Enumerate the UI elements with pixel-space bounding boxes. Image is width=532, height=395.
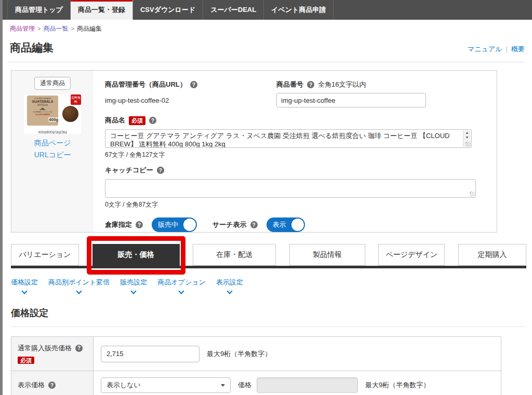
subnav-item-point-multiplier[interactable]: 商品別ポイント変倍	[48, 278, 110, 293]
overview-link[interactable]: 概要	[511, 45, 525, 53]
table-row-normal-price: 通常購入販売価格 ? 必須 最大9桁（半角数字）	[11, 337, 501, 371]
item-number-label: 商品番号	[276, 80, 303, 89]
page-header: 商品編集 マニュアル|概要	[0, 35, 532, 62]
chevron-down-icon	[179, 288, 184, 294]
breadcrumb-current: 商品編集	[77, 25, 102, 32]
breadcrumb-separator: >	[71, 25, 74, 32]
mng-number-label: 商品管理番号（商品URL）	[105, 80, 187, 89]
help-icon[interactable]: ?	[136, 221, 143, 228]
bag-text: GUATEMALA	[27, 100, 58, 104]
chevron-down-icon	[21, 288, 27, 294]
breadcrumb-link-product-mgmt[interactable]: 商品管理	[10, 25, 35, 32]
product-name-textarea[interactable]: コーヒー豆 グアテマラ アンティグア ラス・ヌベス農園 受注焙煎 選べる焙煎度合…	[105, 129, 472, 148]
product-type-badge: 通常商品	[34, 77, 71, 90]
coffee-beans-graphic	[62, 106, 78, 122]
manual-link[interactable]: マニュアル	[468, 45, 502, 53]
subnav-item-price-setting[interactable]: 価格設定	[11, 278, 38, 293]
bag-text: ANTIGUA	[27, 104, 58, 107]
tab-subscription[interactable]: 定期購入	[458, 244, 526, 266]
tab-stock-shipping[interactable]: 在庫・配送	[193, 244, 276, 266]
catch-copy-counter: 0文字 / 全角87文字	[105, 200, 490, 209]
weight-label: 400g	[48, 117, 59, 122]
window-edge	[0, 0, 3, 395]
breadcrumb-link-product-list[interactable]: 商品一覧	[43, 25, 68, 32]
help-icon[interactable]: ?	[250, 221, 258, 228]
chevron-down-icon	[131, 288, 137, 294]
display-price-hint: 最大9桁（半角数字）	[365, 380, 430, 390]
toggle-knob	[291, 219, 304, 231]
product-thumbnail-panel: 通常商品 COFFEE BEANS GUATEMALA ANTIGUA COFF…	[11, 71, 94, 232]
normal-price-hint: 最大9桁（半角数字）	[207, 349, 271, 359]
mng-number-value: img-up-test-coffee-02	[105, 97, 276, 104]
image-caption: 400g/800g/1kg/2kg	[24, 130, 81, 134]
subnav-link[interactable]: 商品別ポイント変倍	[48, 278, 110, 287]
resize-grip-icon[interactable]	[466, 142, 471, 147]
breadcrumb: 商品管理>商品一覧>商品編集	[0, 20, 532, 35]
bag-text: CLOUD BREW	[27, 113, 58, 116]
search-display-label: サーチ表示	[212, 220, 247, 229]
nav-item-product-mgmt-top[interactable]: 商品管理トップ	[7, 0, 71, 20]
subnav-item-display-setting[interactable]: 表示設定	[216, 278, 243, 293]
top-nav: 商品管理トップ 商品一覧・登録 CSVダウンロード スーパーDEAL イベント商…	[0, 0, 532, 20]
url-copy-link[interactable]: URLコピー	[11, 151, 94, 160]
help-icon[interactable]: ?	[149, 117, 156, 124]
header-divider	[7, 62, 525, 62]
tab-underline-bar	[11, 266, 526, 268]
normal-price-value-cell: 最大9桁（半角数字）	[94, 337, 501, 371]
help-icon[interactable]: ?	[48, 382, 56, 389]
section-divider	[11, 326, 525, 327]
tab-page-design[interactable]: ページデザイン	[378, 244, 445, 266]
tab-variation[interactable]: バリエーション	[11, 244, 79, 266]
mountain-logo	[39, 107, 46, 110]
display-price-label-cell: 表示価格 ?	[11, 371, 94, 395]
help-icon[interactable]: ?	[75, 345, 83, 352]
normal-price-input[interactable]	[101, 346, 200, 362]
product-summary-box: 通常商品 COFFEE BEANS GUATEMALA ANTIGUA COFF…	[11, 70, 497, 233]
free-shipping-badge: 送料無料	[71, 94, 81, 105]
help-icon[interactable]: ?	[157, 167, 164, 174]
product-form: 商品管理番号（商品URL） ? img-up-test-coffee-02 商品…	[94, 71, 497, 232]
search-display-toggle[interactable]: 表示	[267, 217, 305, 232]
subnav-item-sales-setting[interactable]: 販売設定	[120, 278, 147, 293]
subnav-link[interactable]: 商品オプション	[157, 278, 206, 287]
resize-grip-icon[interactable]	[470, 192, 475, 197]
display-price-select[interactable]: 表示しない	[101, 377, 231, 393]
product-name-label: 商品名	[105, 116, 125, 125]
warehouse-toggle[interactable]: 販売中	[152, 217, 197, 232]
chevron-down-icon	[76, 288, 82, 294]
scroll-down-icon[interactable]: ▼	[466, 135, 469, 140]
product-name-value: コーヒー豆 グアテマラ アンティグア ラス・ヌベス農園 受注焙煎 選べる焙煎度合…	[105, 130, 462, 147]
header-links: マニュアル|概要	[468, 45, 525, 55]
sub-nav: 価格設定 商品別ポイント変倍 販売設定 商品オプション 表示設定	[11, 278, 532, 293]
display-price-input	[257, 377, 358, 393]
normal-price-label-cell: 通常購入販売価格 ? 必須	[11, 337, 94, 371]
display-price-value-cell: 表示しない 価格 最大9桁（半角数字）	[94, 371, 501, 395]
scroll-up-icon[interactable]: ▲	[466, 131, 469, 135]
table-row-display-price: 表示価格 ? 表示しない 価格 最大9桁（半角数字）	[11, 371, 501, 395]
help-icon[interactable]: ?	[307, 81, 314, 88]
product-page-link[interactable]: 商品ページ	[11, 139, 94, 148]
section-title-price-setting: 価格設定	[11, 307, 532, 319]
warehouse-label: 倉庫指定	[105, 220, 132, 229]
catch-copy-textarea[interactable]	[105, 179, 476, 198]
help-icon[interactable]: ?	[190, 81, 197, 88]
tab-sales-price[interactable]: 販売・価格	[92, 244, 180, 266]
nav-item-product-list-register[interactable]: 商品一覧・登録	[71, 0, 133, 20]
link-divider: |	[506, 45, 508, 53]
toggle-knob	[183, 219, 196, 231]
subnav-link[interactable]: 販売設定	[120, 278, 147, 287]
price-inline-label: 価格	[238, 380, 251, 390]
subnav-link[interactable]: 価格設定	[11, 278, 38, 287]
nav-item-super-deal[interactable]: スーパーDEAL	[203, 0, 264, 20]
display-price-label: 表示価格	[18, 380, 45, 390]
tab-product-info[interactable]: 製品情報	[289, 244, 365, 266]
search-display-toggle-label: 表示	[273, 220, 286, 229]
nav-item-csv-download[interactable]: CSVダウンロード	[133, 0, 203, 20]
item-number-input[interactable]	[276, 93, 426, 107]
nav-item-event-application[interactable]: イベント商品申請	[264, 0, 334, 20]
subnav-link[interactable]: 表示設定	[216, 278, 243, 287]
subnav-item-product-option[interactable]: 商品オプション	[157, 278, 206, 293]
product-image: COFFEE BEANS GUATEMALA ANTIGUA COFFEE コー…	[24, 94, 81, 134]
required-badge: 必須	[129, 116, 145, 125]
tab-bar: バリエーション 販売・価格 在庫・配送 製品情報 ページデザイン 定期購入	[11, 244, 526, 268]
